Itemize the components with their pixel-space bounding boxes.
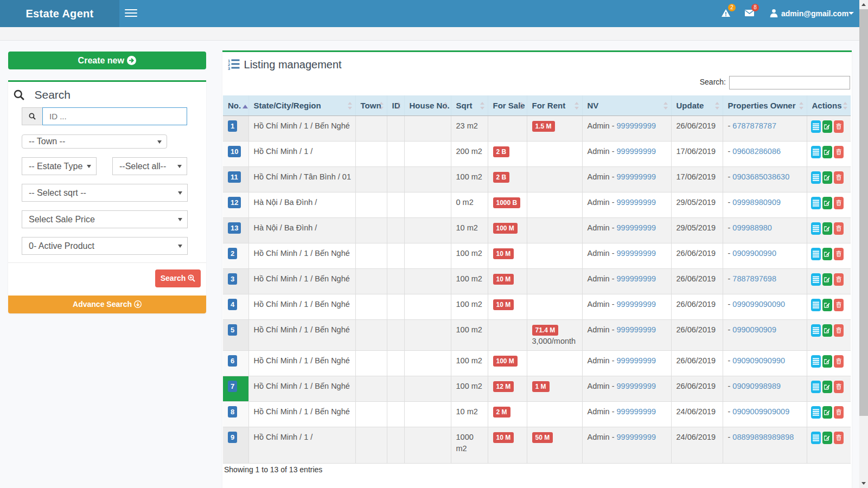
svg-text:3: 3 <box>228 66 230 70</box>
